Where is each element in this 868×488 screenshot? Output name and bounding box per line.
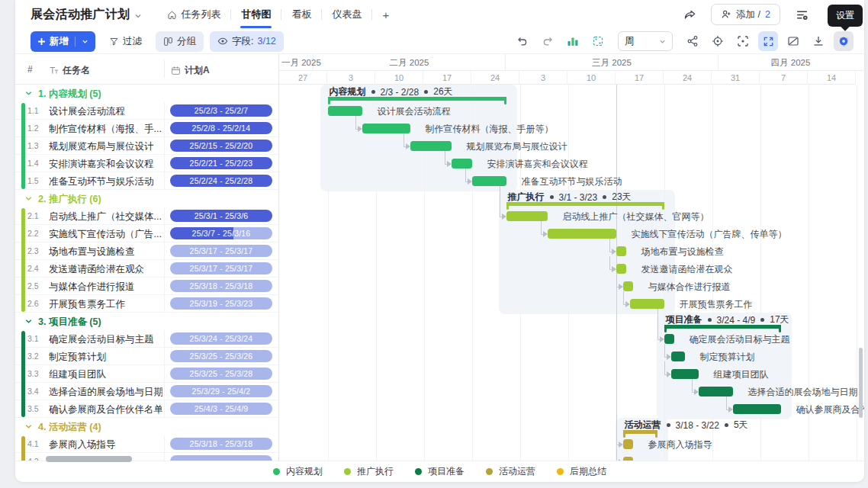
gantt-bar[interactable] (472, 176, 506, 186)
table-row[interactable]: 2.4发送邀请函给潜在观众25/3/17 - 25/3/17 (15, 260, 278, 278)
table-row[interactable]: 3.2制定预算计划25/3/25 - 25/3/26 (15, 348, 278, 365)
table-row[interactable]: 2.2实施线下宣传活动（广告...25/3/7 - 25/3/16 (15, 225, 278, 242)
date-range-pill[interactable]: 25/3/18 - 25/3/18 (170, 438, 272, 450)
legend-label: 活动运营 (499, 465, 535, 478)
date-range-pill[interactable]: 25/3/19 - 25/3/23 (170, 297, 272, 310)
gantt-bar-label: 与媒体合作进行报道 (648, 281, 731, 294)
table-group-row[interactable]: 4. 活动运营 (4) (15, 418, 278, 435)
table-row[interactable]: 2.1启动线上推广（社交媒体...25/3/1 - 25/3/6 (15, 207, 278, 225)
date-range-pill[interactable]: 25/3/1 - 25/3/6 (170, 210, 272, 222)
fields-button[interactable]: 字段: 3/12 (210, 31, 284, 52)
chevron-down-icon[interactable] (25, 90, 32, 97)
baseline-button[interactable] (588, 31, 608, 51)
task-name: 参展商入场指导 (49, 438, 162, 451)
date-range-pill[interactable]: 25/3/25 - 25/3/28 (170, 368, 272, 380)
table-row[interactable]: 3.3组建项目团队25/3/25 - 25/3/28 (15, 365, 278, 383)
add-member-button[interactable]: 添加 /2 (711, 4, 780, 25)
date-range-pill[interactable]: 25/2/24 - 25/2/28 (170, 175, 272, 187)
table-group-row[interactable]: 3. 项目准备 (5) (15, 313, 278, 330)
new-task-button[interactable]: 新增 (31, 31, 95, 52)
table-row[interactable]: 3.1确定展会活动目标与主题25/3/24 - 25/3/24 (15, 330, 278, 348)
gantt-bar[interactable] (362, 124, 410, 133)
date-range-pill[interactable]: 25/3/17 - 25/3/17 (170, 262, 272, 274)
time-scale-select[interactable]: 周 (618, 31, 673, 51)
table-row[interactable]: 4.1参展商入场指导25/3/18 - 25/3/18 (15, 435, 278, 453)
tab-任务列表[interactable]: 任务列表 (157, 0, 230, 29)
gantt-bar[interactable] (699, 387, 733, 396)
connector-line (355, 116, 356, 129)
date-range-pill[interactable]: 25/3/25 - 25/3/26 (170, 350, 272, 362)
eye-icon (217, 36, 228, 47)
table-row[interactable]: 1.5准备互动环节与娱乐活动25/2/24 - 25/2/28 (15, 172, 278, 190)
table-row[interactable]: 1.4安排演讲嘉宾和会议议程25/2/21 - 25/2/23 (15, 155, 278, 172)
fit-view-button[interactable] (733, 31, 753, 51)
gantt-bar[interactable] (452, 159, 472, 169)
locate-button[interactable] (708, 31, 728, 51)
task-name: 开展预售票务工作 (49, 298, 162, 311)
chevron-down-icon[interactable] (25, 423, 32, 430)
date-range-pill[interactable]: 25/2/15 - 25/2/20 (170, 140, 272, 152)
date-range-pill[interactable]: 25/3/17 - 25/3/17 (170, 245, 272, 257)
group-button[interactable]: 分组 (156, 31, 204, 52)
gantt-bar[interactable] (623, 439, 633, 449)
progress-chart-button[interactable] (563, 31, 583, 51)
hide-panel-button[interactable] (783, 31, 803, 51)
gantt-bar[interactable] (671, 369, 699, 379)
filter-button[interactable]: 过滤 (101, 31, 149, 52)
connector-line (726, 396, 727, 409)
gantt-bar[interactable] (506, 211, 548, 221)
settings-gear-button[interactable] (834, 31, 854, 51)
view-config-icon[interactable] (791, 4, 812, 25)
gantt-bar[interactable] (616, 246, 626, 256)
date-range-pill[interactable]: 25/3/7 - 25/3/16 (170, 227, 272, 239)
share-nodes-button[interactable] (683, 31, 702, 51)
table-row[interactable]: 1.3规划展览布局与展位设计25/2/15 - 25/2/20 (15, 137, 278, 155)
gantt-bar[interactable] (623, 457, 633, 461)
date-range-pill[interactable]: 25/4/3 - 25/4/9 (170, 403, 272, 415)
gantt-bar[interactable] (410, 141, 452, 151)
gantt-bar[interactable] (548, 229, 616, 239)
table-row[interactable]: 2.6开展预售票务工作25/3/19 - 25/3/23 (15, 295, 278, 313)
connector-line (623, 291, 624, 304)
date-range-pill[interactable]: 25/2/8 - 25/2/14 (170, 122, 272, 134)
tab-仪表盘[interactable]: 仪表盘 (322, 0, 371, 29)
date-range-pill[interactable]: 25/2/3 - 25/2/7 (170, 104, 272, 117)
table-row[interactable]: 3.4选择合适的展会场地与日期25/3/29 - 25/4/2 (15, 383, 278, 400)
date-range-pill[interactable]: 25/2/21 - 25/2/23 (170, 157, 272, 169)
gantt-bar[interactable] (623, 281, 633, 291)
horizontal-scrollbar[interactable] (46, 456, 132, 462)
gantt-bar[interactable] (630, 299, 664, 309)
tab-甘特图[interactable]: 甘特图 (231, 0, 281, 29)
gantt-bar[interactable] (733, 404, 781, 414)
download-button[interactable] (809, 31, 828, 51)
date-range-pill[interactable] (170, 455, 272, 461)
date-range-pill[interactable]: 25/3/24 - 25/3/24 (170, 332, 272, 345)
table-row[interactable]: 2.5与媒体合作进行报道25/3/18 - 25/3/18 (15, 278, 278, 295)
chevron-down-icon[interactable] (25, 318, 32, 325)
date-range-pill[interactable]: 25/3/29 - 25/4/2 (170, 385, 272, 397)
connector-arrow-icon (728, 406, 733, 413)
redo-button[interactable] (538, 31, 558, 51)
share-icon[interactable] (679, 4, 700, 25)
table-row[interactable]: 3.5确认参展商及合作伙伴名单25/4/3 - 25/4/9 (15, 400, 278, 418)
date-range-pill[interactable]: 25/3/18 - 25/3/18 (170, 280, 272, 292)
gantt-bar[interactable] (664, 334, 674, 344)
title-chevron-icon[interactable] (134, 12, 142, 20)
gantt-bar[interactable] (616, 264, 626, 274)
table-group-row[interactable]: 2. 推广执行 (6) (15, 190, 278, 207)
table-row[interactable]: 2.3场地布置与设施检查25/3/17 - 25/3/17 (15, 242, 278, 260)
chevron-down-icon[interactable] (25, 195, 32, 202)
gantt-canvas[interactable]: 内容规划2/3 - 2/2826天设计展会活动流程制作宣传材料（海报、手册等）规… (279, 85, 864, 461)
task-id: 1.4 (27, 159, 39, 168)
tab-add[interactable]: + (372, 0, 399, 29)
undo-button[interactable] (513, 31, 532, 51)
gantt-bar[interactable] (328, 106, 362, 116)
gantt-bar[interactable] (671, 352, 685, 361)
table-row[interactable]: 1.2制作宣传材料（海报、手...25/2/8 - 25/2/14 (15, 120, 278, 137)
table-row[interactable]: 1.1设计展会活动流程25/2/3 - 25/2/7 (15, 102, 278, 120)
fullscreen-button[interactable] (758, 31, 778, 51)
vertical-scrollbar[interactable] (859, 348, 863, 418)
table-group-row[interactable]: 1. 内容规划 (5) (15, 85, 278, 102)
connector-line (445, 151, 445, 164)
tab-看板[interactable]: 看板 (281, 0, 321, 29)
